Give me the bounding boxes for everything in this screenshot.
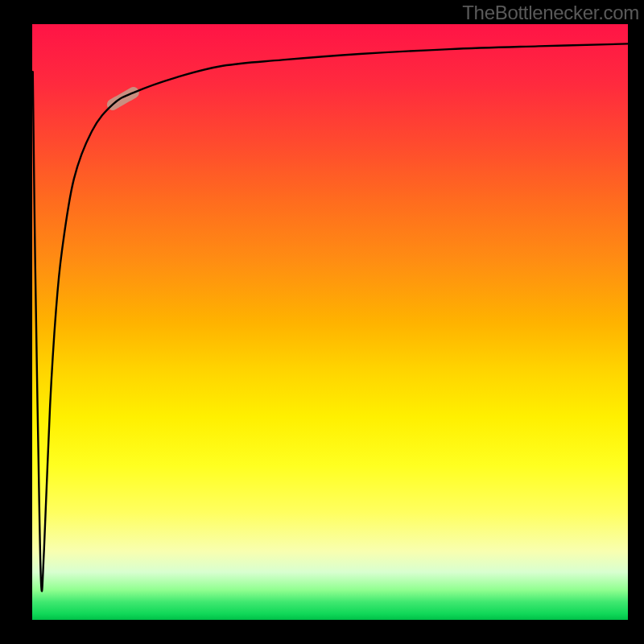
watermark-text: TheBottlenecker.com bbox=[462, 2, 639, 24]
chart-frame: TheBottlenecker.com bbox=[0, 0, 644, 644]
bottleneck-curve bbox=[33, 43, 628, 591]
curve-layer bbox=[32, 24, 628, 620]
